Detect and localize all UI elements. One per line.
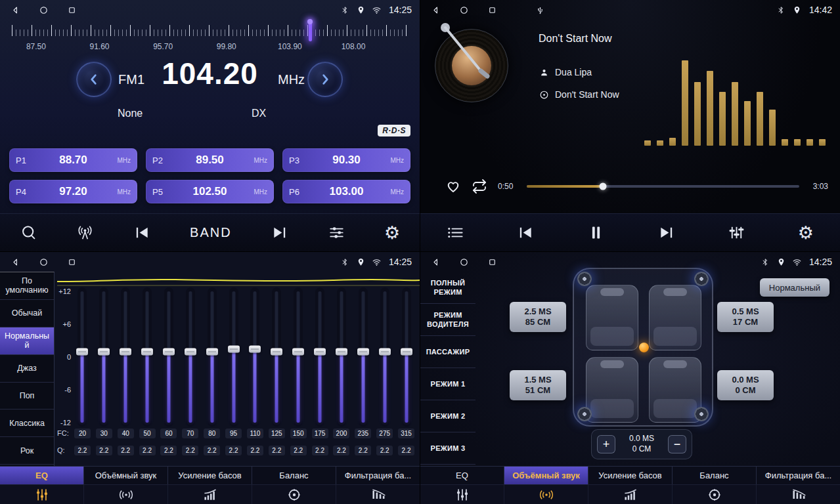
- eq-preset-item[interactable]: Нормальный: [0, 327, 54, 355]
- listening-mode-item[interactable]: ПАССАЖИР: [420, 336, 475, 368]
- eq-band-knob[interactable]: [120, 348, 131, 356]
- delay-box-front-right[interactable]: 0.5 MS17 CM: [717, 302, 774, 332]
- eq-band-slider[interactable]: [201, 291, 223, 423]
- eq-preset-item[interactable]: Рок: [0, 437, 54, 465]
- band-button[interactable]: BAND: [190, 225, 232, 240]
- eq-band-slider[interactable]: [158, 291, 180, 423]
- eq-band-knob[interactable]: [228, 346, 240, 353]
- speaker-rear-left-icon[interactable]: [577, 407, 592, 421]
- settings-gear-icon[interactable]: ⚙: [798, 224, 814, 242]
- back-icon[interactable]: [431, 5, 441, 15]
- eq-band-slider[interactable]: [331, 291, 353, 423]
- frequency-indicator[interactable]: [309, 22, 312, 41]
- balance-icon[interactable]: [252, 485, 336, 504]
- listening-mode-item[interactable]: РЕЖИМ ВОДИТЕЛЯ: [420, 304, 475, 336]
- tab-bass-boost[interactable]: Усиление басов: [168, 467, 252, 484]
- balance-icon[interactable]: [673, 485, 757, 504]
- back-icon[interactable]: [11, 257, 20, 267]
- tab-bass-boost[interactable]: Усиление басов: [588, 467, 673, 484]
- eq-band-slider[interactable]: [223, 291, 244, 423]
- surround-icon[interactable]: [504, 485, 588, 504]
- eq-band-slider[interactable]: [244, 291, 266, 423]
- eq-preset-item[interactable]: Джаз: [0, 355, 54, 383]
- previous-icon[interactable]: [133, 224, 151, 242]
- eq-band-slider[interactable]: [288, 291, 309, 423]
- pause-icon[interactable]: [587, 224, 605, 242]
- home-icon[interactable]: [39, 5, 49, 15]
- eq-preset-item[interactable]: Поп: [0, 383, 54, 410]
- recents-icon[interactable]: [67, 5, 77, 15]
- speaker-rear-right-icon[interactable]: [694, 407, 709, 421]
- speaker-front-right-icon[interactable]: [694, 272, 709, 286]
- tab-surround[interactable]: Объёмный звук: [504, 467, 588, 484]
- listening-mode-item[interactable]: РЕЖИМ 3: [420, 432, 475, 465]
- eq-preset-item[interactable]: Обычай: [0, 300, 54, 327]
- tab-balance[interactable]: Баланс: [673, 467, 757, 484]
- eq-band-knob[interactable]: [379, 348, 391, 356]
- broadcast-antenna-icon[interactable]: [76, 224, 94, 242]
- previous-track-icon[interactable]: [517, 224, 535, 242]
- eq-band-slider[interactable]: [395, 291, 417, 423]
- next-track-icon[interactable]: [657, 224, 675, 242]
- preset-button-p3[interactable]: P390.30MHz: [282, 148, 410, 172]
- eq-band-knob[interactable]: [141, 348, 153, 356]
- playlist-icon[interactable]: [447, 224, 464, 242]
- filter-icon[interactable]: [757, 485, 840, 504]
- eq-icon[interactable]: [420, 485, 504, 504]
- delay-box-front-left[interactable]: 2.5 MS85 CM: [510, 302, 566, 332]
- eq-band-slider[interactable]: [374, 291, 395, 423]
- album-art[interactable]: [435, 29, 508, 102]
- eq-band-knob[interactable]: [76, 348, 88, 356]
- increase-delay-button[interactable]: +: [597, 435, 615, 453]
- settings-gear-icon[interactable]: ⚙: [384, 224, 400, 242]
- search-icon[interactable]: [20, 224, 37, 242]
- eq-band-knob[interactable]: [401, 348, 412, 356]
- eq-sliders-icon[interactable]: [328, 224, 345, 242]
- preset-button-p6[interactable]: P6103.00MHz: [282, 180, 410, 203]
- home-icon[interactable]: [459, 5, 469, 15]
- surround-icon[interactable]: [84, 485, 168, 504]
- tune-up-button[interactable]: [307, 62, 343, 97]
- seek-bar-knob[interactable]: [600, 183, 607, 190]
- frequency-ruler[interactable]: [12, 24, 409, 41]
- favorite-heart-icon[interactable]: [445, 178, 461, 194]
- mixer-icon[interactable]: [728, 224, 745, 242]
- decrease-delay-button[interactable]: −: [668, 435, 686, 453]
- eq-band-slider[interactable]: [93, 291, 115, 423]
- tab-filter[interactable]: Фильтрация ба...: [757, 467, 840, 484]
- eq-band-slider[interactable]: [179, 291, 201, 423]
- eq-band-knob[interactable]: [206, 348, 218, 356]
- tab-eq[interactable]: EQ: [0, 467, 84, 484]
- speaker-front-left-icon[interactable]: [577, 272, 592, 286]
- listening-position-dot[interactable]: [639, 343, 649, 352]
- bass-boost-icon[interactable]: [168, 485, 252, 504]
- eq-band-knob[interactable]: [185, 348, 196, 356]
- eq-band-slider[interactable]: [72, 291, 93, 423]
- eq-band-slider[interactable]: [309, 291, 331, 423]
- delay-box-rear-right[interactable]: 0.0 MS0 CM: [717, 370, 774, 400]
- recents-icon[interactable]: [67, 257, 77, 267]
- bass-boost-icon[interactable]: [588, 485, 673, 504]
- seek-bar[interactable]: [527, 185, 799, 188]
- back-icon[interactable]: [431, 257, 441, 267]
- eq-band-knob[interactable]: [163, 348, 175, 356]
- eq-band-knob[interactable]: [292, 348, 304, 356]
- eq-preset-item[interactable]: По умолчанию: [0, 272, 54, 300]
- eq-band-slider[interactable]: [352, 291, 374, 423]
- sound-preset-button[interactable]: Нормальный: [760, 278, 829, 297]
- tab-eq[interactable]: EQ: [420, 467, 504, 484]
- preset-button-p2[interactable]: P289.50MHz: [146, 148, 274, 172]
- repeat-icon[interactable]: [472, 178, 487, 194]
- listening-mode-item[interactable]: РЕЖИМ 2: [420, 400, 475, 432]
- eq-band-slider[interactable]: [266, 291, 288, 423]
- home-icon[interactable]: [39, 257, 49, 267]
- tab-filter[interactable]: Фильтрация ба...: [336, 467, 420, 484]
- listening-mode-item[interactable]: ПОЛНЫЙ РЕЖИМ: [420, 272, 475, 304]
- next-icon[interactable]: [271, 224, 288, 242]
- recents-icon[interactable]: [487, 5, 497, 15]
- preset-button-p5[interactable]: P5102.50MHz: [146, 180, 274, 203]
- eq-icon[interactable]: [0, 485, 84, 504]
- home-icon[interactable]: [459, 257, 469, 267]
- eq-band-knob[interactable]: [336, 348, 347, 356]
- tab-surround[interactable]: Объёмный звук: [84, 467, 168, 484]
